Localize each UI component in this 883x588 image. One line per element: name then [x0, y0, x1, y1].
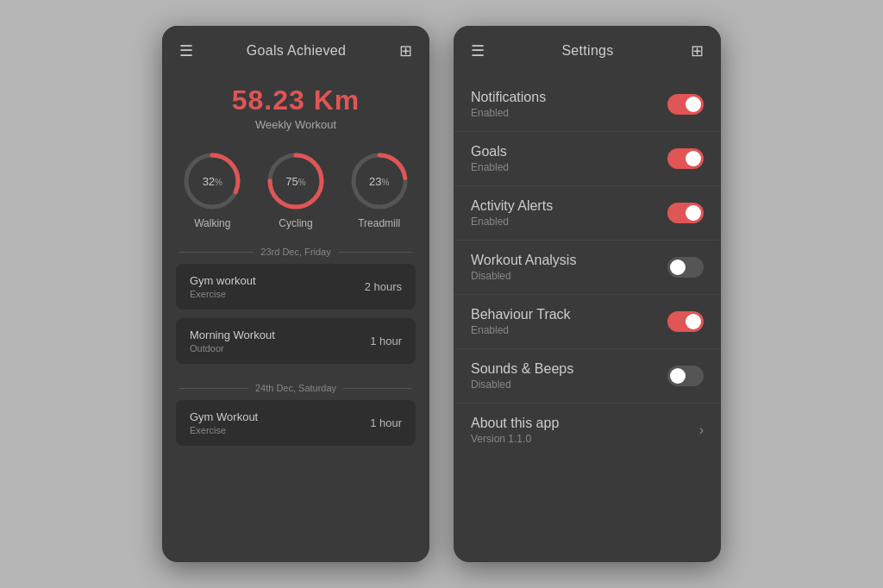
workout-name-gym2: Gym Workout [190, 410, 258, 423]
workout-sub-gym1: Exercise [190, 289, 256, 299]
goals-panel: ☰ Goals Achieved ⊞ 58.23 Km Weekly Worko… [162, 26, 429, 562]
treadmill-percent: 23% [369, 175, 389, 188]
goals-menu-icon[interactable]: ☰ [179, 41, 193, 60]
notifications-text: Notifications Enabled [471, 90, 546, 119]
goals-text: Goals Enabled [471, 144, 509, 173]
walking-circle-wrap: 32% [181, 150, 243, 212]
walking-percent: 32% [203, 175, 222, 188]
settings-item-notifications: Notifications Enabled [454, 78, 721, 132]
workout-analysis-toggle[interactable] [667, 257, 704, 278]
date-text-2: 24th Dec, Saturday [255, 383, 336, 393]
settings-filter-icon[interactable]: ⊞ [691, 41, 704, 60]
about-sub: Version 1.1.0 [471, 433, 559, 445]
distance-stats: 58.23 Km Weekly Workout [162, 71, 429, 134]
workout-card-gym2[interactable]: Gym Workout Exercise 1 hour [176, 400, 416, 446]
workout-analysis-title: Workout Analysis [471, 253, 576, 268]
behaviour-sub: Enabled [471, 324, 571, 336]
date-text-1: 23rd Dec, Friday [260, 247, 330, 257]
sounds-title: Sounds & Beeps [471, 361, 573, 377]
treadmill-label: Treadmill [358, 217, 400, 229]
divider-line-left [179, 252, 254, 253]
activity-toggle[interactable] [667, 203, 704, 223]
goals-toggle-knob [686, 151, 701, 166]
circle-walking: 32% Walking [181, 150, 243, 229]
workout-duration-morning: 1 hour [370, 335, 402, 347]
about-title: About this app [471, 416, 559, 431]
about-text: About this app Version 1.1.0 [471, 416, 559, 445]
walking-label: Walking [194, 217, 230, 229]
goals-toggle[interactable] [667, 148, 704, 169]
settings-item-workout-analysis: Workout Analysis Disabled [454, 241, 721, 295]
behaviour-text: Behaviour Track Enabled [471, 307, 571, 336]
activity-text: Activity Alerts Enabled [471, 198, 553, 228]
workout-analysis-toggle-knob [670, 260, 686, 275]
settings-menu-icon[interactable]: ☰ [471, 41, 485, 60]
goals-header: ☰ Goals Achieved ⊞ [162, 26, 429, 71]
settings-item-behaviour: Behaviour Track Enabled [454, 295, 721, 349]
workout-analysis-text: Workout Analysis Disabled [471, 253, 576, 282]
sounds-toggle[interactable] [667, 366, 704, 386]
settings-item-activity: Activity Alerts Enabled [454, 186, 721, 241]
workout-name-morning: Morning Workout [190, 328, 275, 341]
notifications-toggle-knob [686, 97, 701, 112]
goals-setting-title: Goals [471, 144, 509, 160]
sounds-text: Sounds & Beeps Disabled [471, 361, 573, 391]
notifications-title: Notifications [471, 90, 546, 105]
workout-duration-gym1: 2 hours [365, 280, 402, 293]
sounds-sub: Disabled [471, 378, 573, 391]
distance-value: 58.23 Km [162, 84, 429, 116]
divider-line-left2 [179, 388, 248, 389]
behaviour-title: Behaviour Track [471, 307, 571, 322]
goals-filter-icon[interactable]: ⊞ [399, 41, 412, 60]
circle-treadmill: 23% Treadmill [348, 150, 410, 229]
activity-sub: Enabled [471, 216, 553, 228]
divider-line-right2 [343, 388, 412, 389]
notifications-sub: Enabled [471, 107, 546, 119]
date-divider-1: 23rd Dec, Friday [162, 236, 429, 264]
goals-setting-sub: Enabled [471, 161, 509, 173]
behaviour-toggle-knob [686, 314, 701, 329]
treadmill-circle-wrap: 23% [348, 150, 410, 212]
about-chevron-icon: › [699, 422, 704, 438]
workout-info-gym1: Gym workout Exercise [190, 274, 256, 299]
workout-info-gym2: Gym Workout Exercise [190, 410, 258, 435]
settings-list: Notifications Enabled Goals Enabled [454, 71, 721, 562]
activity-toggle-knob [686, 205, 701, 221]
cycling-label: Cycling [279, 217, 312, 229]
settings-header: ☰ Settings ⊞ [454, 26, 721, 71]
workout-sub-gym2: Exercise [190, 425, 258, 435]
settings-item-about[interactable]: About this app Version 1.1.0 › [454, 403, 721, 457]
workout-card-morning[interactable]: Morning Workout Outdoor 1 hour [176, 318, 416, 364]
workout-card-gym1[interactable]: Gym workout Exercise 2 hours [176, 264, 416, 310]
date-divider-2: 24th Dec, Saturday [162, 372, 429, 400]
circles-row: 32% Walking 75% Cycling [162, 134, 429, 236]
workout-info-morning: Morning Workout Outdoor [190, 328, 275, 353]
workout-duration-gym2: 1 hour [370, 416, 402, 429]
activity-title: Activity Alerts [471, 198, 553, 214]
divider-line-right [338, 252, 412, 253]
cycling-circle-wrap: 75% [265, 150, 327, 212]
settings-title: Settings [561, 43, 613, 59]
settings-item-sounds: Sounds & Beeps Disabled [454, 349, 721, 403]
workout-analysis-sub: Disabled [471, 270, 576, 282]
circle-cycling: 75% Cycling [265, 150, 327, 229]
sounds-toggle-knob [670, 368, 686, 384]
cycling-percent: 75% [285, 175, 305, 188]
workout-sub-morning: Outdoor [190, 343, 275, 353]
distance-label: Weekly Workout [162, 118, 429, 131]
notifications-toggle[interactable] [667, 94, 704, 115]
behaviour-toggle[interactable] [667, 311, 704, 332]
workout-name-gym1: Gym workout [190, 274, 256, 287]
settings-panel: ☰ Settings ⊞ Notifications Enabled Goals… [454, 26, 721, 562]
settings-item-goals: Goals Enabled [454, 132, 721, 186]
goals-title: Goals Achieved [247, 43, 346, 59]
app-wrapper: ☰ Goals Achieved ⊞ 58.23 Km Weekly Worko… [0, 0, 883, 588]
